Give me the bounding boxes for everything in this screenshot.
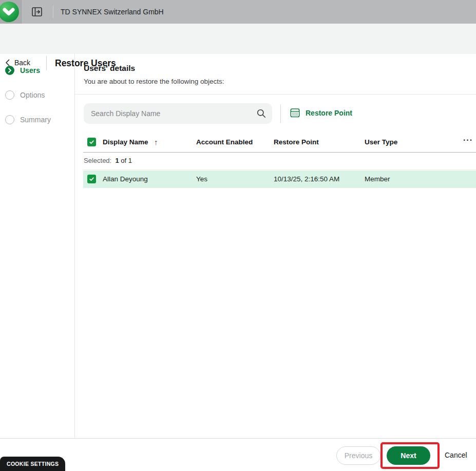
header-divider	[46, 56, 47, 70]
row-checkbox[interactable]	[87, 175, 96, 183]
next-button[interactable]: Next	[387, 446, 430, 465]
panel-toggle-icon	[32, 7, 42, 16]
step-pending-icon	[5, 115, 14, 124]
organization-name: TD SYNNEX Switzerland GmbH	[61, 8, 164, 16]
sidebar-step-users[interactable]: Users	[5, 66, 40, 75]
row-divider	[83, 169, 476, 170]
previous-button[interactable]: Previous	[336, 446, 380, 465]
table-header-border	[83, 152, 476, 153]
step-label: Options	[20, 91, 45, 99]
sidebar-toggle-button[interactable]	[31, 7, 43, 17]
column-header-user-type[interactable]: User Type	[365, 138, 397, 146]
search-icon[interactable]	[256, 108, 266, 121]
select-all-checkbox[interactable]	[87, 138, 96, 146]
topbar-divider	[53, 6, 53, 18]
column-header-restore-point[interactable]: Restore Point	[274, 138, 319, 146]
more-columns-icon[interactable]: ···	[463, 136, 473, 145]
selected-label: Selected:	[84, 157, 111, 164]
cell-user-type: Member	[365, 175, 390, 183]
cell-display-name: Allan Deyoung	[103, 175, 148, 183]
column-header-display-name[interactable]: Display Name	[103, 138, 148, 146]
table-header: Display Name ↑ Account Enabled Restore P…	[74, 135, 476, 152]
restore-point-button[interactable]: Restore Point	[290, 108, 352, 118]
section-title: Users' details	[84, 64, 135, 73]
footer-divider	[0, 438, 476, 439]
selected-count: 1	[115, 157, 119, 164]
step-label: Users	[20, 66, 40, 74]
check-icon	[89, 176, 94, 182]
cookie-settings-button[interactable]: COOKIE SETTINGS	[0, 457, 65, 471]
selection-summary: Selected: 1 of 1	[84, 157, 132, 164]
veeam-logo-icon	[0, 2, 19, 22]
section-subtitle: You are about to restore the following o…	[84, 78, 224, 85]
column-header-account-enabled[interactable]: Account Enabled	[196, 138, 253, 146]
sidebar-step-options[interactable]: Options	[5, 90, 45, 100]
step-label: Summary	[20, 116, 51, 124]
table-row[interactable]: Allan Deyoung Yes 10/13/25, 2:16:50 AM M…	[83, 171, 476, 188]
search-box	[84, 103, 272, 124]
sidebar-step-summary[interactable]: Summary	[5, 115, 51, 124]
check-icon	[89, 139, 94, 145]
sidebar-border	[74, 54, 75, 438]
selected-total: of 1	[121, 157, 132, 164]
content-divider	[74, 94, 476, 95]
restore-point-label: Restore Point	[306, 109, 352, 117]
page-header: Back Restore Users	[0, 24, 476, 54]
cell-restore-point: 10/13/25, 2:16:50 AM	[274, 175, 339, 183]
restore-point-calendar-icon	[290, 108, 300, 118]
toolbar-divider	[280, 104, 281, 123]
chevron-left-icon	[5, 59, 10, 66]
cancel-button[interactable]: Cancel	[445, 451, 467, 459]
sort-ascending-icon[interactable]: ↑	[154, 138, 158, 146]
search-input[interactable]	[84, 103, 272, 124]
app-logo[interactable]	[0, 0, 22, 24]
top-app-bar: TD SYNNEX Switzerland GmbH	[0, 0, 476, 24]
cell-account-enabled: Yes	[196, 175, 207, 183]
step-pending-icon	[5, 90, 14, 100]
step-active-icon	[5, 66, 14, 75]
